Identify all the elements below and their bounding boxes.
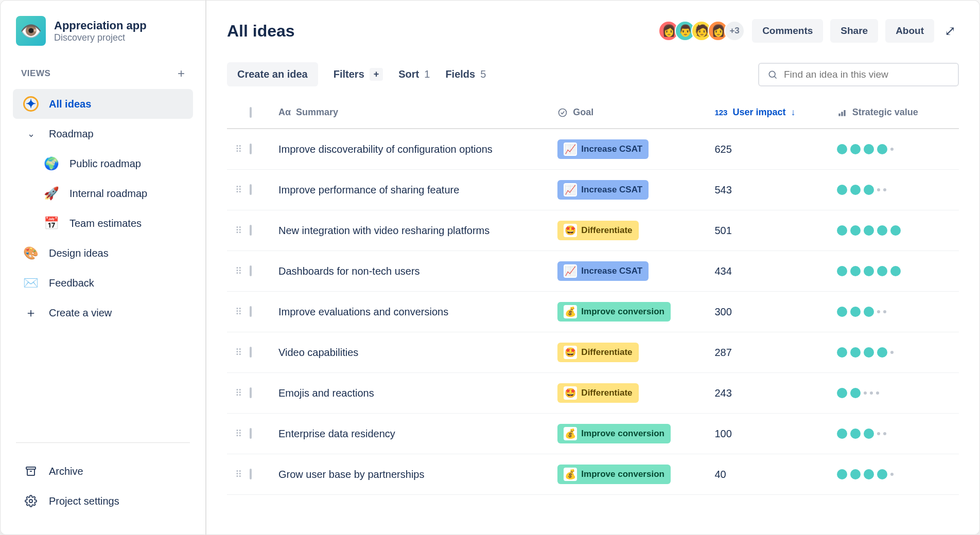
svg-point-6: [559, 109, 567, 116]
filters-button[interactable]: Filters +: [334, 68, 383, 81]
row-checkbox[interactable]: [250, 306, 252, 317]
goal-badge[interactable]: 🤩 Differentiate: [557, 221, 638, 240]
toolbar: Create an idea Filters + Sort 1 Fields 5: [227, 62, 959, 86]
fields-count: 5: [480, 68, 486, 80]
compass-icon: ✦: [22, 95, 40, 113]
rating-dot-filled: [890, 225, 901, 236]
row-checkbox[interactable]: [250, 387, 252, 398]
sidebar-item-roadmap[interactable]: ⌄ Roadmap: [13, 119, 193, 149]
drag-handle-icon[interactable]: ⠿: [227, 469, 250, 480]
table-row[interactable]: ⠿ Improve evaluations and conversions 💰 …: [227, 292, 959, 332]
drag-handle-icon[interactable]: ⠿: [227, 347, 250, 358]
rating-dot-filled: [864, 144, 874, 154]
sidebar-item-design-ideas[interactable]: 🎨 Design ideas: [13, 238, 193, 268]
idea-summary: Dashboards for non-tech users: [278, 265, 420, 277]
goal-badge[interactable]: 📈 Increase CSAT: [557, 180, 649, 200]
idea-summary: Improve discoverability of configuration…: [278, 144, 493, 155]
sidebar-item-project-settings[interactable]: Project settings: [13, 486, 193, 516]
project-name: Appreciation app: [54, 19, 147, 32]
drag-handle-icon[interactable]: ⠿: [227, 144, 250, 155]
sidebar-item-internal-roadmap[interactable]: 🚀 Internal roadmap: [13, 179, 193, 208]
column-user-impact[interactable]: 123 User impact ↓: [714, 107, 836, 118]
fields-button[interactable]: Fields 5: [445, 68, 486, 80]
views-label: VIEWS: [21, 68, 50, 79]
svg-point-3: [29, 500, 32, 503]
row-checkbox[interactable]: [250, 144, 252, 154]
row-checkbox[interactable]: [250, 265, 252, 276]
column-strategic-value[interactable]: Strategic value: [837, 107, 959, 118]
avatar-stack[interactable]: 👩 👨 🧑 👩 +3: [662, 21, 745, 41]
envelope-icon: ✉️: [22, 274, 40, 292]
sidebar-item-public-roadmap[interactable]: 🌍 Public roadmap: [13, 149, 193, 179]
share-button[interactable]: Share: [830, 19, 878, 43]
rating-dot-filled: [850, 347, 861, 358]
table-row[interactable]: ⠿ New integration with video resharing p…: [227, 210, 959, 251]
column-summary[interactable]: Aα Summary: [278, 107, 557, 118]
sidebar-item-all-ideas[interactable]: ✦ All ideas: [13, 89, 193, 119]
about-button[interactable]: About: [885, 19, 934, 43]
table-row[interactable]: ⠿ Improve performance of sharing feature…: [227, 170, 959, 210]
create-idea-button[interactable]: Create an idea: [227, 62, 318, 86]
goal-badge[interactable]: 💰 Improve conversion: [557, 302, 671, 322]
goal-badge[interactable]: 💰 Improve conversion: [557, 424, 671, 443]
table-header: Aα Summary Goal 123 User impact ↓: [227, 100, 959, 129]
drag-handle-icon[interactable]: ⠿: [227, 428, 250, 439]
sidebar-item-create-view[interactable]: ＋ Create a view: [13, 298, 193, 328]
goal-emoji-icon: 💰: [564, 427, 577, 440]
row-checkbox[interactable]: [250, 225, 252, 236]
sidebar-item-team-estimates[interactable]: 📅 Team estimates: [13, 208, 193, 238]
goal-label: Improve conversion: [581, 429, 664, 439]
drag-handle-icon[interactable]: ⠿: [227, 306, 250, 317]
svg-rect-7: [838, 113, 840, 116]
search-input[interactable]: [784, 69, 950, 80]
goal-badge[interactable]: 🤩 Differentiate: [557, 343, 638, 362]
sidebar-item-label: Public roadmap: [69, 158, 141, 170]
row-checkbox[interactable]: [250, 184, 252, 195]
plus-icon: +: [370, 68, 383, 81]
check-circle-icon: [557, 108, 568, 118]
goal-emoji-icon: 💰: [564, 468, 577, 481]
drag-handle-icon[interactable]: ⠿: [227, 387, 250, 399]
add-view-icon[interactable]: +: [178, 66, 185, 81]
sidebar-item-label: Roadmap: [49, 128, 94, 140]
comments-button[interactable]: Comments: [752, 19, 823, 43]
drag-handle-icon[interactable]: ⠿: [227, 225, 250, 236]
globe-icon: 🌍: [43, 155, 60, 172]
sort-count: 1: [424, 68, 430, 80]
svg-rect-1: [27, 469, 34, 475]
rating-dot-filled: [850, 266, 861, 276]
drag-handle-icon[interactable]: ⠿: [227, 265, 250, 277]
rating-dot-filled: [890, 266, 901, 276]
svg-rect-9: [844, 110, 845, 116]
goal-badge[interactable]: 🤩 Differentiate: [557, 383, 638, 403]
table-row[interactable]: ⠿ Video capabilities 🤩 Differentiate 287: [227, 332, 959, 373]
table-row[interactable]: ⠿ Emojis and reactions 🤩 Differentiate 2…: [227, 373, 959, 414]
table-row[interactable]: ⠿ Enterprise data residency 💰 Improve co…: [227, 414, 959, 454]
table-row[interactable]: ⠿ Dashboards for non-tech users 📈 Increa…: [227, 251, 959, 292]
table-row[interactable]: ⠿ Improve discoverability of configurati…: [227, 129, 959, 170]
strategic-rating: [837, 429, 959, 439]
rating-dot-empty: [864, 391, 867, 395]
table-row[interactable]: ⠿ Grow user base by partnerships 💰 Impro…: [227, 454, 959, 495]
rating-dot-filled: [864, 266, 874, 276]
column-goal[interactable]: Goal: [557, 107, 714, 118]
rating-dot-empty: [883, 432, 886, 435]
goal-badge[interactable]: 💰 Improve conversion: [557, 465, 671, 484]
sidebar-item-archive[interactable]: Archive: [13, 456, 193, 486]
avatar-more[interactable]: +3: [724, 21, 745, 41]
rating-dot-filled: [837, 388, 847, 398]
idea-summary: Improve evaluations and conversions: [278, 306, 448, 317]
search-input-wrap[interactable]: [758, 63, 959, 86]
row-checkbox[interactable]: [250, 428, 252, 439]
goal-badge[interactable]: 📈 Increase CSAT: [557, 261, 649, 281]
table-body: ⠿ Improve discoverability of configurati…: [227, 129, 959, 495]
row-checkbox[interactable]: [250, 347, 252, 358]
drag-handle-icon[interactable]: ⠿: [227, 184, 250, 195]
goal-badge[interactable]: 📈 Increase CSAT: [557, 139, 649, 159]
user-impact-value: 100: [714, 428, 731, 439]
select-all-checkbox[interactable]: [250, 107, 252, 118]
expand-icon[interactable]: ⤢: [941, 20, 959, 42]
sidebar-item-feedback[interactable]: ✉️ Feedback: [13, 268, 193, 298]
row-checkbox[interactable]: [250, 469, 252, 479]
sort-button[interactable]: Sort 1: [398, 68, 430, 80]
